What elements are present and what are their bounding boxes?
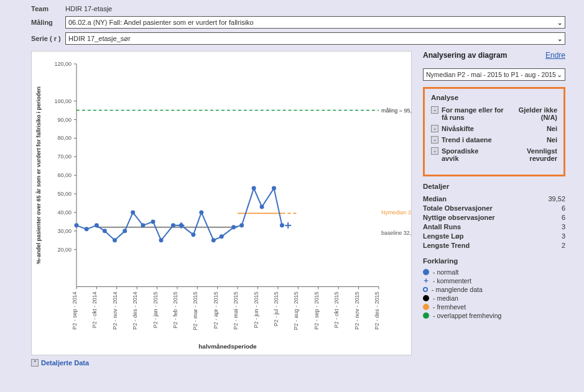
serie-label: Serie ( r ) [31, 35, 65, 42]
detail-value: 6 [562, 214, 565, 221]
endre-link[interactable]: Endre [545, 51, 565, 60]
analyse-row-label: Trend i dataene [442, 136, 492, 144]
svg-point-83 [272, 186, 276, 191]
svg-point-79 [231, 225, 236, 229]
svg-point-81 [252, 186, 256, 191]
svg-text:P2 - nov - 2015: P2 - nov - 2015 [354, 291, 360, 329]
svg-point-76 [199, 210, 203, 214]
svg-text:P2 - mai - 2015: P2 - mai - 2015 [233, 291, 239, 329]
orange-symbol-icon [423, 304, 429, 310]
svg-point-71 [151, 219, 155, 224]
legend-title: Forklaring [423, 257, 565, 265]
serie-select-value: HDIR 17_etasje_sør [68, 35, 131, 42]
analyse-row: ⌄For mange eller for få runsGjelder ikke… [431, 106, 557, 121]
green-symbol-icon [423, 312, 429, 319]
svg-text:60,00: 60,00 [58, 172, 72, 178]
svg-point-84 [280, 223, 284, 227]
legend-text: - manglende data [432, 286, 483, 293]
svg-text:120,00: 120,00 [55, 61, 72, 67]
maling-select[interactable]: 06.02.a (NY) Fall: Andel pasienter som e… [65, 16, 565, 29]
analyse-row-label: For mange eller for få runs [442, 106, 508, 121]
detail-value: 3 [562, 223, 565, 230]
detail-key: Lengste Løp [423, 232, 519, 240]
svg-text:måling = 95,00: måling = 95,00 [381, 107, 411, 114]
svg-text:50,00: 50,00 [58, 191, 72, 197]
side-panel: Analysering av diagram Endre Nymedian P2… [423, 51, 565, 355]
detail-key: Antall Runs [423, 223, 519, 230]
analyse-row-label: Sporadiske avvik [442, 147, 494, 162]
detail-row: Nyttige observasjoner6 [423, 214, 565, 221]
analyse-row: ⌄NivåskifteNei [431, 125, 557, 132]
legend-item: - fremhevet [423, 303, 565, 311]
detail-row: Totale Observasjoner6 [423, 204, 565, 212]
svg-text:P2 - des - 2015: P2 - des - 2015 [374, 291, 380, 329]
legend-text: - kommentert [433, 277, 471, 285]
svg-text:90,00: 90,00 [58, 117, 72, 123]
analyse-row-label: Nivåskifte [442, 125, 474, 132]
chevron-down-icon[interactable]: ⌄ [431, 136, 438, 144]
chevron-down-icon: ⌄ [557, 71, 562, 78]
svg-text:P2 - mar - 2015: P2 - mar - 2015 [192, 291, 198, 330]
svg-text:P2 - feb - 2015: P2 - feb - 2015 [172, 291, 178, 328]
detail-value: 39,52 [548, 195, 565, 203]
svg-point-72 [159, 238, 164, 242]
svg-text:P2 - okt - 2014: P2 - okt - 2014 [91, 291, 98, 328]
detailed-data-link[interactable]: ⌃ Detaljerte Data [31, 359, 565, 367]
svg-text:70,00: 70,00 [58, 153, 72, 160]
blue-symbol-icon [423, 269, 429, 275]
chevron-down-icon: ⌄ [557, 35, 562, 42]
svg-point-65 [95, 223, 99, 227]
legend-item: - manglende data [423, 286, 565, 293]
legend-text: - median [433, 294, 458, 302]
analyse-row: ⌄Trend i dataeneNei [431, 136, 557, 144]
analyse-box: Analyse ⌄For mange eller for få runsGjel… [423, 87, 565, 176]
maling-label: Måling [31, 19, 65, 26]
team-label: Team [31, 5, 65, 12]
detail-row: Median39,52 [423, 195, 565, 203]
analyse-row-value: Gjelder ikke (N/A) [512, 106, 557, 121]
svg-text:halvmånedsperiode: halvmånedsperiode [198, 343, 257, 350]
serie-select[interactable]: HDIR 17_etasje_sør ⌄ [65, 32, 565, 45]
svg-text:P2 - aug - 2015: P2 - aug - 2015 [293, 291, 299, 330]
svg-point-67 [113, 238, 117, 242]
analyse-title: Analyse [431, 94, 557, 101]
legend-text: - overlappet fremheving [433, 312, 501, 319]
svg-point-82 [260, 204, 264, 209]
range-select[interactable]: Nymedian P2 - mai - 2015 to P1 - aug - 2… [423, 68, 565, 81]
blue-symbol-icon [423, 287, 428, 292]
detail-value: 3 [562, 232, 565, 240]
svg-point-69 [131, 210, 135, 214]
detail-key: Totale Observasjoner [423, 204, 519, 212]
analyse-row-value: Vennligst revurder [499, 147, 557, 162]
detailed-data-label: Detaljerte Data [41, 359, 89, 367]
svg-text:P2 - des - 2014: P2 - des - 2014 [132, 291, 138, 329]
analyse-row: ⌄Sporadiske avvikVennligst revurder [431, 147, 557, 162]
analysis-header: Analysering av diagram [423, 51, 507, 60]
chevron-down-icon[interactable]: ⌄ [431, 106, 438, 114]
team-value: HDIR 17-etasje [65, 5, 112, 12]
detail-row: Lengste Løp3 [423, 232, 565, 240]
detail-key: Lengste Trend [423, 242, 519, 249]
legend-item: - median [423, 294, 565, 302]
legend-item: +- kommentert [423, 277, 565, 285]
legend-item: - overlappet fremheving [423, 312, 565, 319]
details-title: Detaljer [423, 183, 565, 190]
chevron-down-icon[interactable]: ⌄ [431, 147, 438, 155]
svg-text:P2 - sep - 2015: P2 - sep - 2015 [313, 291, 320, 329]
svg-point-80 [239, 223, 244, 227]
svg-text:30,00: 30,00 [58, 228, 72, 234]
detail-key: Median [423, 195, 519, 203]
svg-text:P2 - sep - 2014: P2 - sep - 2014 [72, 291, 78, 329]
svg-point-73 [171, 223, 175, 227]
svg-text:P2 - apr - 2015: P2 - apr - 2015 [213, 291, 219, 329]
svg-text:40,00: 40,00 [58, 209, 72, 216]
svg-text:80,00: 80,00 [58, 135, 72, 141]
svg-text:Nymedian 39,52: Nymedian 39,52 [381, 209, 411, 216]
chart-panel: 20,0030,0040,0050,0060,0070,0080,0090,00… [31, 51, 412, 355]
chevron-down-icon[interactable]: ⌄ [431, 125, 438, 132]
details-box: Detaljer Median39,52Totale Observasjoner… [423, 183, 565, 251]
legend-text: - fremhevet [433, 303, 466, 311]
svg-text:100,00: 100,00 [55, 98, 72, 104]
svg-text:P2 - nov - 2014: P2 - nov - 2014 [112, 291, 118, 329]
svg-point-64 [85, 227, 89, 231]
